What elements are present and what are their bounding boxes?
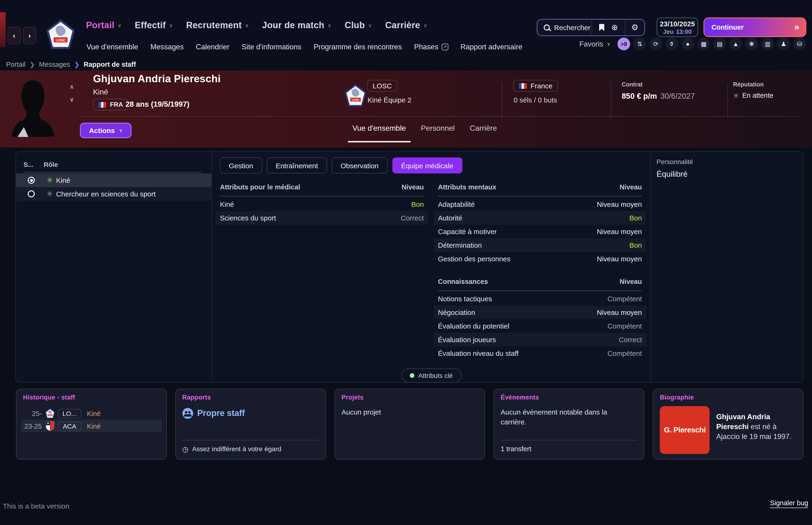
transfers-icon[interactable]: ⇅ xyxy=(633,38,646,50)
card-title: Biographie xyxy=(660,394,796,401)
chevron-down-icon: ∨ xyxy=(169,22,173,28)
card-title: Projets xyxy=(341,394,478,401)
forward-button[interactable]: › xyxy=(23,27,36,44)
history-years: 25- xyxy=(23,410,42,417)
menu-jour-de-match[interactable]: Jour de match∨ xyxy=(262,20,331,31)
events-transfer-count: 1 transfert xyxy=(501,445,532,453)
sync-icon[interactable]: ⟳ xyxy=(649,38,662,50)
subnav-item-calendrier[interactable]: Calendrier xyxy=(196,43,230,51)
subnav-label: Messages xyxy=(150,43,184,51)
back-button[interactable]: ‹ xyxy=(7,27,21,44)
attr-tab-observation[interactable]: Observation xyxy=(332,158,388,174)
contract-value: 850 € p/m30/6/2027 xyxy=(622,92,695,101)
menu-recrutement[interactable]: Recrutement∨ xyxy=(186,20,249,31)
staff-age: 28 ans (19/5/1997) xyxy=(125,100,189,108)
attribute-name: Évaluation joueurs xyxy=(438,335,496,344)
favorites-dropdown[interactable]: Favoris ∨ xyxy=(579,40,610,48)
calendar-icon[interactable]: ▦ xyxy=(698,38,710,50)
fast-forward-icon: » xyxy=(794,22,798,32)
report-headline[interactable]: Propre staff xyxy=(197,408,245,418)
history-row[interactable]: 23-25ACAKiné xyxy=(21,420,162,432)
menu-portail[interactable]: Portail∨ xyxy=(86,20,122,31)
report-bug-link[interactable]: Signaler bug xyxy=(770,499,808,507)
finances-icon[interactable]: ⛁ xyxy=(793,38,806,50)
subnav-item-rapport-adversaire[interactable]: Rapport adversaire xyxy=(460,43,523,51)
staff-name: Ghjuvan Andria Piereschi xyxy=(93,73,220,85)
trophy-icon[interactable]: ⚱ xyxy=(665,38,678,50)
subnav-item-phases[interactable]: Phases↗ xyxy=(414,43,448,51)
attr-row-autorite: AutoritéBon xyxy=(434,211,646,225)
chevron-down-icon: ∨ xyxy=(368,22,372,28)
history-row[interactable]: 25-LOSCLO...Kiné xyxy=(21,407,162,420)
history-club-chip[interactable]: LO... xyxy=(58,409,81,418)
menu-carriere[interactable]: Carrière∨ xyxy=(385,20,427,31)
breadcrumb-item-rapport-de-staff: Rapport de staff xyxy=(83,61,136,68)
summary-cards-row: Historique - staff 25-LOSCLO...Kiné23-25… xyxy=(16,389,803,460)
club-name: LOSC xyxy=(373,82,392,90)
search-box[interactable]: Rechercher ⊕ ⚙ xyxy=(537,19,645,36)
bookmark-icon[interactable] xyxy=(599,24,604,31)
history-club-chip[interactable]: ACA xyxy=(58,421,81,431)
events-empty-text: Aucun évènement notable dans la carrière… xyxy=(501,407,630,427)
nationality-badge[interactable]: FRA xyxy=(93,99,128,110)
attr-section-title: Connaissances xyxy=(438,278,488,286)
history-years: 23-25 xyxy=(23,422,42,430)
subnav-item-vue-d-ensemble[interactable]: Vue d'ensemble xyxy=(87,43,138,51)
training-cone-icon[interactable]: ▲ xyxy=(729,38,742,50)
breadcrumb-item-portail[interactable]: Portail xyxy=(6,61,25,68)
svg-text:LOSC: LOSC xyxy=(56,38,65,42)
menu-club[interactable]: Club∨ xyxy=(345,20,372,31)
notifications-icon[interactable]: >9 xyxy=(617,38,630,50)
breadcrumb-item-messages[interactable]: Messages xyxy=(39,61,70,68)
role-row-chercheur-en-sciences-du-sport[interactable]: ✳Chercheur en sciences du sport xyxy=(16,187,212,201)
section-subnav: Vue d'ensembleMessagesCalendrierSite d'i… xyxy=(87,40,522,54)
menu-label: Club xyxy=(345,20,365,31)
menu-label: Effectif xyxy=(135,20,166,31)
nation-name: France xyxy=(531,82,552,90)
attr-tab-entrainement[interactable]: Entraînement xyxy=(267,158,327,174)
date-value: 23/10/2025 xyxy=(657,20,698,28)
attribute-name: Négociation xyxy=(438,308,475,316)
search-input[interactable]: Rechercher xyxy=(554,24,591,31)
tab-carriere[interactable]: Carrière xyxy=(469,122,498,134)
column-header-role: Rôle xyxy=(44,161,58,168)
menu-effectif[interactable]: Effectif∨ xyxy=(135,20,173,31)
divider xyxy=(438,196,642,196)
club-link[interactable]: LOSC xyxy=(367,80,398,92)
biography-card: Biographie G. Piereschi Ghjuvan Andria P… xyxy=(653,389,803,460)
league-table-icon[interactable]: ▤ xyxy=(713,38,726,50)
next-person-button[interactable]: ∨ xyxy=(70,96,74,103)
scouting-icon[interactable]: ❋ xyxy=(745,38,758,50)
role-row-kine[interactable]: ✳Kiné xyxy=(16,174,212,187)
globe-icon[interactable]: ⊕ xyxy=(611,24,618,31)
actions-button[interactable]: Actions ∨ xyxy=(80,123,132,138)
attribute-category-tabs: GestionEntraînementObservationÉquipe méd… xyxy=(220,158,642,174)
tab-personnel[interactable]: Personnel xyxy=(420,122,456,134)
staff-icon[interactable]: ♟ xyxy=(777,38,790,50)
attr-tab-gestion[interactable]: Gestion xyxy=(220,158,262,174)
menu-label: Portail xyxy=(86,20,114,31)
attribute-level: Compétent xyxy=(607,322,642,330)
settings-gear-icon[interactable]: ⚙ xyxy=(631,24,639,31)
column-header-select: S... xyxy=(24,161,44,168)
nation-link[interactable]: France xyxy=(513,80,558,92)
ball-icon[interactable]: ● xyxy=(681,38,694,50)
actions-label: Actions xyxy=(89,126,115,134)
losc-crest-icon: LOSC xyxy=(45,408,55,418)
role-radio[interactable] xyxy=(28,190,35,197)
squad-list-icon[interactable]: ▥ xyxy=(761,38,774,50)
previous-person-button[interactable]: ∧ xyxy=(70,84,74,90)
attr-row-adaptabilite: AdaptabilitéNiveau moyen xyxy=(434,197,646,211)
subnav-item-messages[interactable]: Messages xyxy=(150,43,184,51)
game-date-widget[interactable]: 23/10/2025 Jeu13:00 xyxy=(657,17,698,37)
subnav-item-site-d-informations[interactable]: Site d'informations xyxy=(242,43,302,51)
divider xyxy=(727,82,728,118)
france-flag-icon xyxy=(98,102,106,107)
subnav-item-programme-des-rencontres[interactable]: Programme des rencontres xyxy=(314,43,402,51)
attr-section-connaissances: ConnaissancesNiveauNotions tactiquesComp… xyxy=(438,278,642,360)
losc-club-logo[interactable]: LOSC xyxy=(46,19,75,50)
tab-vue-d-ensemble[interactable]: Vue d'ensemble xyxy=(352,122,407,134)
continue-button[interactable]: Continuer » xyxy=(703,17,806,37)
attr-tab-equipe-medicale[interactable]: Équipe médicale xyxy=(392,158,462,174)
role-radio[interactable] xyxy=(28,177,35,184)
